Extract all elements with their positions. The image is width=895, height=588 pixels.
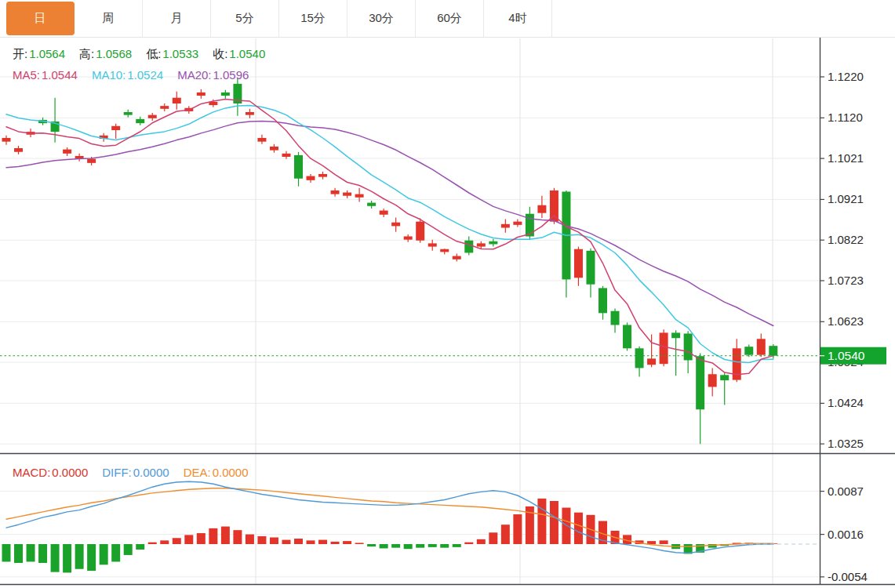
macd-histogram-bar — [14, 544, 23, 563]
candle-up — [318, 174, 327, 177]
open-label: 开: — [13, 47, 27, 61]
ma20-label: MA20: — [177, 68, 211, 82]
price-tick-label: 1.0921 — [828, 192, 864, 205]
open-value: 1.0564 — [29, 47, 65, 61]
candle-up — [513, 222, 522, 225]
macd-label: MACD: — [13, 466, 50, 480]
macd-histogram-bar — [416, 544, 424, 548]
candle-up — [501, 224, 510, 228]
price-tick-label: 1.1220 — [828, 70, 864, 83]
macd-histogram-bar — [270, 537, 278, 544]
diff-line — [6, 481, 773, 553]
macd-histogram-bar — [404, 544, 413, 549]
ma10-label: MA10: — [92, 68, 126, 82]
macd-histogram-bar — [331, 542, 340, 544]
legend-ohlc-item-low: 低:1.0533 — [146, 47, 198, 61]
macd-histogram-bar — [537, 499, 546, 544]
macd-histogram-bar — [160, 540, 169, 544]
candle-down — [720, 375, 729, 380]
candle-down — [464, 241, 473, 253]
macd-histogram-bar — [367, 544, 376, 546]
candle-up — [257, 138, 266, 142]
legend-ma-item-ma5: MA5:1.0544 — [13, 68, 78, 82]
macd-histogram-bar — [428, 544, 437, 547]
macd-histogram-bar — [307, 540, 315, 544]
macd-histogram-bar — [453, 544, 461, 547]
low-value: 1.0533 — [162, 47, 198, 61]
dea-label: DEA: — [184, 466, 211, 480]
macd-histogram-bar — [184, 535, 193, 544]
ma20-value: 1.0596 — [213, 68, 249, 82]
candle-up — [757, 339, 766, 354]
candle-up — [550, 191, 558, 222]
legend-ohlc-item-close: 收:1.0540 — [213, 47, 265, 61]
price-tick-label: 1.0325 — [828, 437, 864, 450]
candle-down — [769, 346, 777, 356]
dea-value: 0.0000 — [213, 466, 249, 480]
macd-histogram-bar — [197, 533, 206, 544]
ma-legend: MA5:1.0544MA10:1.0524MA20:1.0596 — [13, 68, 249, 82]
macd-histogram-bar — [380, 544, 388, 548]
candle-down — [367, 203, 376, 206]
candle-down — [586, 251, 595, 285]
candle-down — [124, 112, 133, 115]
macd-histogram-bar — [464, 543, 473, 544]
macd-histogram-bar — [111, 544, 120, 561]
candle-down — [623, 325, 631, 348]
macd-histogram-bar — [257, 536, 266, 544]
high-value: 1.0568 — [96, 47, 132, 61]
legend-ohlc-item-open: 开:1.0564 — [13, 47, 65, 61]
ma5-label: MA5: — [13, 68, 40, 82]
candle-up — [160, 106, 169, 109]
candle-up — [660, 332, 668, 364]
candle-up — [87, 159, 96, 163]
macd-histogram-bar — [660, 540, 668, 544]
ma20-line — [6, 121, 773, 325]
candle-up — [355, 194, 364, 198]
macd-histogram-bar — [282, 540, 290, 544]
macd-legend: MACD:0.0000DIFF:0.0000DEA:0.0000 — [13, 466, 249, 480]
macd-histogram-bar — [574, 513, 583, 544]
macd-histogram-bar — [87, 544, 96, 571]
legend-ma-item-ma20: MA20:1.0596 — [177, 68, 249, 82]
low-label: 低: — [146, 47, 161, 61]
candle-up — [391, 223, 400, 227]
candle-down — [598, 288, 607, 313]
candle-up — [574, 249, 583, 278]
last-price-badge-label: 1.0540 — [828, 349, 865, 362]
trading-chart-app: 日周月5分15分30分60分4时 1.12201.11201.10211.092… — [0, 0, 895, 588]
price-tick-label: 1.1021 — [828, 151, 864, 165]
candle-down — [136, 119, 144, 123]
candle-down — [684, 333, 693, 360]
close-label: 收: — [213, 47, 227, 61]
candle-up — [2, 138, 11, 142]
candle-down — [635, 348, 644, 368]
macd-histogram-bar — [38, 544, 47, 563]
candle-down — [611, 311, 620, 325]
price-tick-label: 1.0822 — [828, 233, 864, 246]
candle-up — [197, 93, 206, 96]
macd-histogram-bar — [2, 544, 11, 561]
candle-down — [221, 93, 230, 96]
candle-down — [671, 332, 680, 338]
candle-up — [111, 126, 120, 130]
macd-histogram-bar — [209, 528, 217, 544]
macd-value: 0.0000 — [52, 466, 88, 480]
macd-histogram-bar — [221, 527, 230, 544]
candle-up — [307, 176, 315, 180]
candle-down — [294, 155, 303, 179]
candle-up — [416, 222, 424, 241]
macd-tick-label: -0.0054 — [828, 570, 868, 583]
chart-canvas[interactable]: 1.12201.11201.10211.09211.08221.07231.06… — [0, 0, 895, 588]
candle-up — [440, 249, 449, 252]
candle-up — [428, 243, 437, 246]
candle-up — [173, 98, 181, 103]
candle-up — [708, 374, 717, 387]
macd-histogram-bar — [27, 544, 35, 561]
macd-tick-label: 0.0087 — [828, 485, 864, 498]
macd-tick-label: 0.0016 — [828, 528, 864, 541]
macd-histogram-bar — [343, 541, 351, 544]
legend-macd-item-macd: MACD:0.0000 — [13, 466, 88, 480]
candle-up — [331, 191, 340, 194]
ma10-line — [6, 106, 773, 363]
